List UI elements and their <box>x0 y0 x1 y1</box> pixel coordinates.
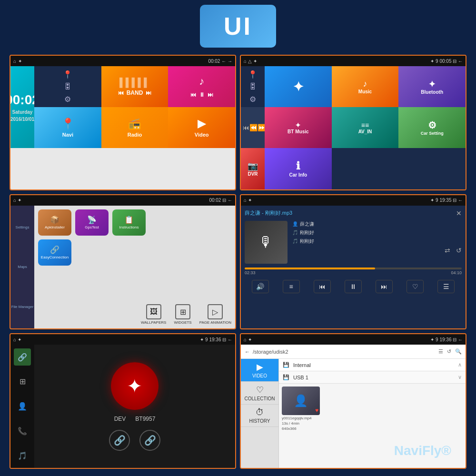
file-name: y0011egqqlv.mp4 <box>282 416 463 420</box>
screen-file-browser: ⌂ ✦ ✦ 9 19:36 ⊟ ← ← /storage/udisk2 ☰ ↺ … <box>240 333 466 469</box>
ui-title-text: UI <box>224 12 252 40</box>
wallpapers-action[interactable]: 🖼 WALLPAPERS <box>141 304 166 325</box>
dvr-tile[interactable]: 📷 DVR <box>241 148 265 189</box>
screen-home: ⌂ ✦ 00:02 ← → 📍 🎛 ⚙ 00:02 Saturday 2016/… <box>10 55 236 190</box>
history-sidebar-icon: ⏱ <box>256 407 264 417</box>
car-setting-tile[interactable]: ⚙ Car Setting <box>398 107 466 148</box>
bt-music-icon[interactable]: 🎵 <box>14 447 31 464</box>
device-info: DEV BT9957 <box>114 416 156 422</box>
back-icon[interactable]: ← <box>245 349 250 355</box>
bt-disconnect-btn[interactable]: 🔗 <box>139 430 160 451</box>
bt-grid-icon[interactable]: ⊞ <box>14 373 31 390</box>
bt-action-buttons: 🔗 🔗 <box>109 430 160 451</box>
music-tile[interactable]: ♪ Music <box>332 66 399 107</box>
status-bar-1: ⌂ ✦ 00:02 ← → <box>10 56 235 66</box>
radio-tile[interactable]: ▌▌▌▌▌ ⏮ BAND ⏭ <box>101 66 169 107</box>
page-animation-action[interactable]: ▷ PAGE ANIMATION <box>199 304 231 325</box>
ui-title-banner: UI <box>200 5 276 48</box>
file-resolution: 640x366 <box>282 426 463 431</box>
file-toolbar: ← /storage/udisk2 ☰ ↺ 🔍 <box>241 345 466 359</box>
controls-row: ⏮ ⏪ ⏩ <box>241 107 265 148</box>
shuffle-icon[interactable]: ⇄ <box>445 247 450 254</box>
search-icon[interactable]: 🔍 <box>455 348 462 355</box>
radio-tile-bottom[interactable]: 📻 Radio <box>101 107 169 148</box>
video-sidebar-icon: ▶ <box>257 362 263 372</box>
progress-area: 02:33 04:10 <box>245 268 462 275</box>
gps-test-app[interactable]: 📡 GpsTest <box>75 209 109 236</box>
list-btn[interactable]: ☰ <box>437 280 455 293</box>
album-art: 🎙 <box>245 221 288 264</box>
next-btn-music[interactable]: ⏭ <box>376 280 393 293</box>
prev2-btn[interactable]: ⏪ <box>249 124 258 131</box>
file-body: ▶ VIDEO ♡ COLLECTION ⏱ HISTORY 💾 <box>241 359 466 468</box>
bluetooth-tile-2[interactable]: ✦ Bluetooth <box>398 66 466 107</box>
track-meta: 🎵 刚刚好 <box>292 238 462 245</box>
car-info-tile[interactable]: ℹ Car Info <box>265 148 332 189</box>
bluetooth-button[interactable]: ✦ <box>111 362 159 410</box>
expand-icon-up: ∧ <box>458 362 462 368</box>
artist-meta: 👤 薛之谦 <box>292 221 462 228</box>
bt-music-tile[interactable]: ✦ BT Music <box>265 107 332 148</box>
apk-installer-app[interactable]: 📦 ApkInstaller <box>38 209 71 236</box>
equalizer-btn[interactable]: ≡ <box>283 280 300 293</box>
app-row-1: 📦 ApkInstaller 📡 GpsTest 📋 Instructions <box>38 209 231 236</box>
volume-btn[interactable]: 🔊 <box>252 280 269 293</box>
easy-connection-app[interactable]: 🔗 EasyConnection <box>38 239 71 266</box>
album-meta: 🎵 刚刚好 <box>292 229 462 236</box>
navi-tile[interactable]: 📍 Navi <box>34 107 101 148</box>
widgets-action[interactable]: ⊞ WIDGETS <box>174 304 191 325</box>
time-tile[interactable]: 00:02 Saturday 2016/10/01 <box>10 66 34 148</box>
screen-bluetooth: ⌂ ✦ ✦ 9 19:36 ⊟ ← 🔗 ⊞ 👤 📞 🎵 ✦ DEV BT9957 <box>10 333 236 469</box>
bluetooth-body: 🔗 ⊞ 👤 📞 🎵 ✦ DEV BT9957 🔗 🔗 <box>10 345 235 468</box>
usb1-location[interactable]: 💾 USB 1 ∨ <box>279 371 466 384</box>
video-tile[interactable]: ▶ Video <box>168 107 235 148</box>
launcher-body: Settings Maps File Manager 📦 ApkInstalle… <box>10 206 235 329</box>
prev-btn[interactable]: ⏮ <box>243 124 249 131</box>
heart-btn[interactable]: ♡ <box>407 280 424 293</box>
filemanager-label[interactable]: File Manager <box>11 305 34 309</box>
history-sidebar-item[interactable]: ⏱ HISTORY <box>241 405 278 427</box>
device-label: DEV <box>114 416 126 422</box>
music-tile-top[interactable]: ♪ ⏮ ⏸ ⏭ <box>168 66 235 107</box>
device-name: BT9957 <box>135 416 155 422</box>
radio-icon: 📻 <box>128 118 141 130</box>
location-icon-2: 📍 <box>248 70 258 79</box>
bt-connect-btn[interactable]: 🔗 <box>109 430 130 451</box>
bottom-actions: 🖼 WALLPAPERS ⊞ WIDGETS ▷ PAGE ANIMATION <box>141 304 231 325</box>
status-bar-4: ⌂ ✦ ✦ 9 19:35 ⊟ ← <box>241 195 466 206</box>
time-display: 00:02 <box>10 92 34 108</box>
screen-launcher: ⌂ ✦ 00:02 ⊟ ← Settings Maps File Manager… <box>10 194 236 330</box>
bt-user-icon[interactable]: 👤 <box>14 398 31 415</box>
bt-phone-icon[interactable]: 📞 <box>14 423 31 440</box>
file-thumbnail[interactable]: 👤 ♥ <box>282 387 320 415</box>
refresh-icon[interactable]: ↺ <box>447 348 451 355</box>
progress-bar[interactable] <box>245 268 462 269</box>
av-in-tile[interactable]: ≡≡ AV_IN <box>332 107 399 148</box>
settings-icon-2: 🎛 <box>249 82 257 91</box>
close-button[interactable]: ✕ <box>456 209 462 217</box>
apps-area: 📦 ApkInstaller 📡 GpsTest 📋 Instructions … <box>34 206 235 329</box>
maps-label[interactable]: Maps <box>18 265 27 269</box>
usb-drive-icon: 💾 <box>283 374 289 380</box>
bluetooth-tile[interactable]: ✦ <box>265 66 332 107</box>
bluetooth-main: ✦ DEV BT9957 🔗 🔗 <box>34 345 235 468</box>
settings-label[interactable]: Settings <box>16 225 30 229</box>
progress-fill <box>245 268 375 269</box>
prev-btn-music[interactable]: ⏮ <box>314 280 331 293</box>
play-pause-btn[interactable]: ⏸ <box>345 280 362 293</box>
filter-icon[interactable]: ☰ <box>438 348 443 355</box>
bt-link-icon[interactable]: 🔗 <box>14 348 31 366</box>
video-sidebar-item[interactable]: ▶ VIDEO <box>241 359 278 382</box>
instructions-app[interactable]: 📋 Instructions <box>112 209 146 236</box>
thumb-person-icon: 👤 <box>294 394 308 407</box>
file-path: /storage/udisk2 <box>253 349 436 355</box>
music-note-icon: ♪ <box>199 75 204 88</box>
repeat-icon[interactable]: ↺ <box>456 247 462 254</box>
settings-icon: 🎛 <box>64 82 71 91</box>
file-grid: 👤 ♥ y0011egqqlv.mp4 13s / 4min 640x366 <box>279 384 466 434</box>
collection-sidebar-item[interactable]: ♡ COLLECTION <box>241 382 278 405</box>
status-bar-3: ⌂ ✦ 00:02 ⊟ ← <box>10 195 235 206</box>
status-bar-5: ⌂ ✦ ✦ 9 19:36 ⊟ ← <box>10 334 235 345</box>
internal-location[interactable]: 💾 Internal ∧ <box>279 359 466 371</box>
launcher-sidebar: Settings Maps File Manager <box>10 206 34 329</box>
